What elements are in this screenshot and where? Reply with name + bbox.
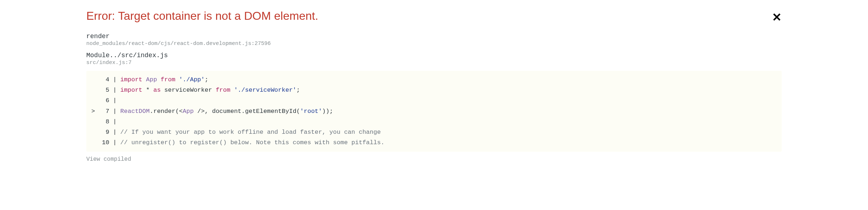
frame-function-name: render (86, 33, 782, 40)
stack-frame: Module../src/index.js src/index.js:7 (86, 52, 782, 66)
error-title: Error: Target container is not a DOM ele… (86, 9, 782, 23)
code-line: 4 | import App from './App'; (91, 74, 777, 85)
view-compiled-link[interactable]: View compiled (86, 156, 131, 163)
code-snippet: 4 | import App from './App'; 5 | import … (86, 71, 782, 152)
error-overlay: ✕ Error: Target container is not a DOM e… (14, 9, 854, 163)
close-button[interactable]: ✕ (772, 12, 782, 23)
frame-source-path: node_modules/react-dom/cjs/react-dom.dev… (86, 41, 782, 47)
code-line-highlighted: >7 | ReactDOM.render(<App />, document.g… (91, 106, 777, 117)
code-line: 5 | import * as serviceWorker from './se… (91, 85, 777, 95)
code-line: 8 | (91, 117, 777, 127)
code-line: 6 | (91, 95, 777, 106)
frame-function-name: Module../src/index.js (86, 52, 782, 59)
frame-source-path: src/index.js:7 (86, 60, 782, 66)
stack-frame: render node_modules/react-dom/cjs/react-… (86, 33, 782, 47)
code-line: 9 | // If you want your app to work offl… (91, 127, 777, 137)
code-line: 10 | // unregister() to register() below… (91, 137, 777, 148)
